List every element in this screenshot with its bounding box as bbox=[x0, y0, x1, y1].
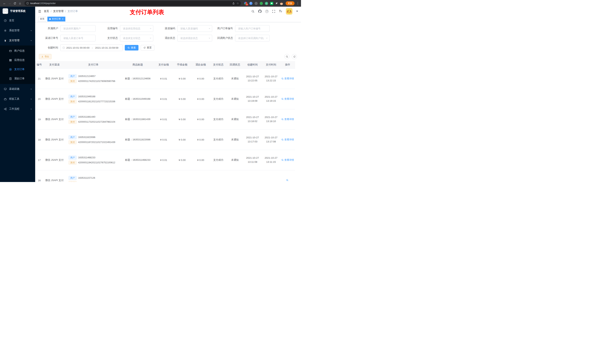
url-bar[interactable]: localhost:1024/pay/order ☆ bbox=[24, 1, 241, 6]
reload-button[interactable] bbox=[12, 1, 17, 6]
chevron-down-icon bbox=[30, 88, 32, 90]
cell-action: 查看详情 bbox=[280, 129, 295, 150]
github-icon[interactable] bbox=[258, 10, 262, 13]
merchant-order-no-input[interactable] bbox=[235, 25, 269, 32]
tab-close-icon[interactable]: × bbox=[62, 18, 64, 20]
bookmark-star-icon[interactable]: ☆ bbox=[236, 2, 239, 5]
sidebar-item-pay-order[interactable]: 支付订单 bbox=[0, 65, 35, 74]
channel-order-no-input[interactable] bbox=[60, 35, 96, 42]
search-icon[interactable] bbox=[251, 10, 255, 13]
extension-icon-green[interactable] bbox=[260, 2, 263, 5]
download-icon bbox=[41, 55, 43, 58]
view-detail-link[interactable]: 查看详情 bbox=[281, 118, 294, 121]
cell-paid: 2021-10-2713:11:15 bbox=[262, 150, 280, 170]
refund-status-select[interactable] bbox=[177, 35, 212, 42]
browser-menu-icon[interactable]: ⋮ bbox=[296, 2, 299, 5]
cell-amount: ¥ 0.01 bbox=[154, 68, 173, 89]
col-created: 创建时间 bbox=[243, 61, 262, 68]
cell-order: 商户 1635311823086 支付 42000011672021102710… bbox=[65, 129, 121, 150]
search-icon bbox=[286, 55, 288, 58]
view-detail-link[interactable]: 查看详情 bbox=[281, 138, 294, 141]
col-id: 编号 bbox=[35, 61, 43, 68]
browser-home-button[interactable]: ⌂ bbox=[17, 1, 22, 6]
sidebar-item-workflow[interactable]: 工作流程 bbox=[0, 104, 35, 114]
pay-order-no: 4200001173202110272847982104 bbox=[78, 120, 115, 123]
cell-amount: ¥ 0.01 bbox=[154, 109, 173, 129]
merchant-order-no: 1635311468233 bbox=[78, 156, 95, 159]
merchant-order-no: 1635312124657 bbox=[78, 75, 96, 77]
back-button[interactable]: ← bbox=[2, 1, 7, 6]
forward-button[interactable]: → bbox=[7, 1, 12, 6]
breadcrumb-item[interactable]: 支付管理 bbox=[53, 10, 64, 13]
refresh-table-button[interactable] bbox=[292, 54, 297, 59]
cell-status bbox=[210, 170, 226, 182]
yen-icon: ¥ bbox=[4, 39, 7, 42]
app-filter-select[interactable] bbox=[120, 25, 153, 32]
notify-status-select[interactable] bbox=[235, 35, 269, 42]
search-icon bbox=[286, 179, 288, 181]
date-range-picker[interactable]: 2021-10-01 00:00:00 - 2021-10-31 23:59:5… bbox=[60, 44, 123, 51]
breadcrumb-item[interactable]: 首页 bbox=[44, 10, 49, 13]
reset-button[interactable]: 重置 bbox=[141, 45, 154, 51]
cell-amount: ¥ 0.01 bbox=[154, 150, 173, 170]
target-icon bbox=[9, 68, 12, 71]
refresh-icon bbox=[143, 47, 146, 49]
cell-status: 支付成功 bbox=[210, 150, 226, 170]
view-detail-link[interactable]: 查看详情 bbox=[281, 77, 294, 80]
pay-submenu: 商户信息 应用信息 支付订单 退款订单 bbox=[0, 45, 35, 84]
merchant-filter-input[interactable] bbox=[60, 25, 96, 32]
pay-order-no: 4200001194202110276752100612 bbox=[78, 161, 115, 164]
view-detail-link[interactable]: 查看详情 bbox=[281, 97, 294, 101]
caret-down-icon[interactable] bbox=[296, 11, 298, 12]
sidebar-item-pay[interactable]: ¥ 支付管理 bbox=[0, 35, 35, 45]
pay-status-select[interactable] bbox=[120, 35, 153, 42]
info-icon[interactable] bbox=[26, 2, 29, 5]
fullscreen-icon[interactable] bbox=[272, 10, 275, 13]
tab-pay-order[interactable]: 支付订单 × bbox=[47, 17, 65, 21]
extension-icon-gray[interactable] bbox=[255, 2, 258, 5]
cell-id: 21 bbox=[35, 68, 43, 89]
sidebar-item-infra[interactable]: 基础设施 bbox=[0, 84, 35, 94]
sidebar-item-devtools[interactable]: 研发工具 bbox=[0, 94, 35, 104]
user-avatar[interactable] bbox=[286, 8, 292, 15]
orders-table: 编号 支付渠道 支付订单 商品标题 支付金额 手续金额 退款金额 支付状态 回调… bbox=[35, 61, 295, 182]
cell-fee: ¥ 0.00 bbox=[173, 109, 191, 129]
search-toggle-button[interactable] bbox=[284, 54, 290, 59]
filter-label: 支付状态 bbox=[96, 36, 120, 40]
col-title: 商品标题 bbox=[121, 61, 154, 68]
extension-pin-icon[interactable] bbox=[275, 2, 278, 5]
view-detail-link[interactable]: 查看详情 bbox=[281, 158, 294, 162]
extension-icon-check[interactable]: ✓ bbox=[265, 2, 268, 5]
merchant-tag: 商户 bbox=[68, 176, 77, 180]
search-button[interactable]: 搜索 bbox=[125, 45, 139, 51]
col-amount: 支付金额 bbox=[154, 61, 173, 68]
tab-home[interactable]: 首页 bbox=[38, 17, 46, 21]
view-detail-link[interactable] bbox=[286, 179, 289, 181]
share-icon[interactable] bbox=[232, 2, 235, 5]
extension-icon-colorful[interactable]: 10 bbox=[244, 2, 247, 5]
pay-tag: 支付 bbox=[68, 79, 77, 83]
cell-notify: 未通知 bbox=[226, 89, 243, 109]
sidebar-toggle[interactable] bbox=[38, 10, 41, 13]
extension-icon-drop[interactable] bbox=[249, 2, 252, 5]
url-host: localhost bbox=[30, 2, 39, 5]
app-logo[interactable]: 芋道管理系统 bbox=[0, 7, 35, 16]
browser-update-button[interactable]: 更新 bbox=[286, 1, 294, 5]
sidebar-item-system[interactable]: 系统管理 bbox=[0, 26, 35, 35]
sidebar-item-home[interactable]: 首页 bbox=[0, 16, 35, 26]
sidebar-item-merchant-info[interactable]: 商户信息 bbox=[0, 46, 35, 55]
sidebar-item-app-info[interactable]: 应用信息 bbox=[0, 55, 35, 65]
filter-label: 创建时间 bbox=[38, 46, 60, 49]
col-channel: 支付渠道 bbox=[43, 61, 65, 68]
profile-avatar-icon[interactable] bbox=[280, 2, 283, 5]
font-size-icon[interactable]: TT bbox=[279, 10, 282, 13]
export-button[interactable]: 导出 bbox=[39, 54, 52, 59]
cell-status: 支付成功 bbox=[210, 68, 226, 89]
extension-icon-chat[interactable] bbox=[270, 2, 273, 5]
filter-label: 退款状态 bbox=[153, 36, 177, 40]
help-icon[interactable]: ? bbox=[265, 10, 269, 13]
cell-fee: ¥ 0.00 bbox=[173, 89, 191, 109]
cell-order: 商户 1635312124657 支付 42000011742021102780… bbox=[65, 68, 121, 89]
channel-code-select[interactable] bbox=[177, 25, 212, 32]
sidebar-item-refund-order[interactable]: 退款订单 bbox=[0, 74, 35, 83]
